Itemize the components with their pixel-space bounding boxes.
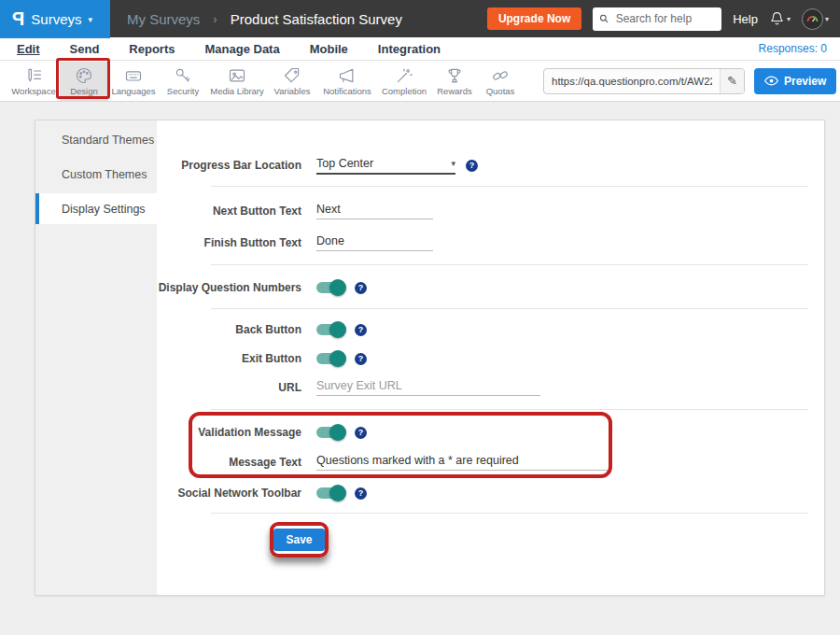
progress-bar-location-row: Progress Bar Location Top Center ▾ ? (35, 154, 478, 176)
display-settings-panel: Standard Themes Custom Themes Display Se… (35, 120, 825, 596)
magic-wand-icon (394, 66, 414, 85)
progress-bar-location-select[interactable]: Top Center ▾ (316, 157, 455, 175)
megaphone-icon (337, 66, 357, 85)
social-network-toolbar-row: Social Network Toolbar ? (35, 482, 367, 504)
keyboard-icon (123, 66, 144, 85)
nav-tab-edit[interactable]: Edit (17, 42, 40, 56)
help-icon[interactable]: ? (355, 282, 367, 294)
nav-tab-send[interactable]: Send (70, 42, 100, 56)
display-question-numbers-toggle[interactable] (316, 282, 344, 293)
help-icon[interactable]: ? (355, 324, 367, 336)
save-button[interactable]: Save (273, 529, 324, 551)
workspace-icon (23, 66, 44, 85)
pencil-icon: ✎ (727, 74, 737, 88)
help-icon[interactable]: ? (466, 160, 478, 172)
next-button-text-input[interactable] (316, 203, 433, 219)
breadcrumb: My Surveys › Product Satisfaction Survey (127, 11, 402, 27)
next-button-text-label: Next Button Text (35, 205, 301, 218)
toolbar-item-quotas[interactable]: Quotas (478, 62, 523, 101)
notifications-bell-menu[interactable]: ▾ (769, 10, 791, 27)
progress-bar-location-label: Progress Bar Location (35, 159, 301, 172)
survey-url-input[interactable] (544, 76, 720, 87)
surveys-product-menu[interactable]: P Surveys ▾ (0, 0, 110, 38)
back-button-row: Back Button ? (35, 318, 367, 341)
back-button-toggle[interactable] (316, 324, 344, 335)
top-bar: P Surveys ▾ My Surveys › Product Satisfa… (0, 0, 840, 37)
trophy-icon (444, 66, 465, 85)
chevron-down-icon: ▾ (451, 159, 455, 168)
toolbar-item-languages[interactable]: Languages (108, 62, 159, 101)
topbar-actions: Upgrade Now Help ▾ ▾ (487, 7, 840, 31)
search-icon (599, 13, 609, 24)
divider (211, 409, 808, 410)
toolbar-item-design[interactable]: Design (60, 62, 108, 101)
exit-button-label: Exit Button (35, 352, 301, 365)
help-icon[interactable]: ? (355, 353, 367, 365)
exit-button-toggle[interactable] (316, 353, 344, 364)
survey-url-box: ✎ (543, 68, 745, 94)
help-icon[interactable]: ? (355, 427, 367, 439)
account-menu[interactable]: ▾ (802, 8, 829, 30)
display-question-numbers-label: Display Question Numbers (35, 281, 301, 294)
finish-button-text-row: Finish Button Text (35, 232, 433, 254)
chevron-down-icon: ▾ (89, 15, 93, 24)
nav-tab-mobile[interactable]: Mobile (310, 42, 348, 56)
exit-url-row: URL (35, 376, 540, 399)
breadcrumb-my-surveys[interactable]: My Surveys (127, 11, 200, 27)
gauge-icon (805, 12, 819, 26)
toolbar-item-security[interactable]: Security (159, 62, 207, 101)
upgrade-now-button[interactable]: Upgrade Now (487, 7, 581, 30)
display-settings-form: Progress Bar Location Top Center ▾ ? Nex… (35, 120, 824, 595)
toolbar-item-rewards[interactable]: Rewards (431, 62, 478, 101)
survey-nav: Edit Send Reports Manage Data Mobile Int… (0, 37, 840, 61)
page: P Surveys ▾ My Surveys › Product Satisfa… (0, 0, 840, 635)
tag-icon (282, 66, 302, 85)
back-button-label: Back Button (35, 323, 301, 336)
nav-tab-integration[interactable]: Integration (378, 42, 441, 56)
divider (211, 186, 808, 187)
divider (211, 308, 808, 309)
responses-count: Responses: 0 (759, 42, 840, 55)
divider (211, 513, 808, 514)
toolbar-item-media-library[interactable]: Media Library (207, 62, 267, 101)
chevron-down-icon: ▾ (825, 15, 829, 23)
toolbar-item-notifications[interactable]: Notifications (317, 62, 377, 101)
avatar (802, 8, 823, 30)
message-text-row: Message Text (35, 451, 608, 473)
exit-url-label: URL (35, 381, 301, 394)
nav-tab-manage-data[interactable]: Manage Data (204, 42, 279, 56)
message-text-label: Message Text (35, 456, 301, 469)
finish-button-text-label: Finish Button Text (35, 236, 301, 249)
social-network-toolbar-label: Social Network Toolbar (35, 487, 301, 500)
toolbar-item-completion[interactable]: Completion (377, 62, 431, 101)
annotation-save-highlight: Save (270, 522, 329, 557)
message-text-input[interactable] (316, 454, 608, 471)
help-link[interactable]: Help (733, 12, 758, 26)
product-name: Surveys (31, 11, 81, 27)
social-network-toolbar-toggle[interactable] (316, 487, 344, 499)
next-button-text-row: Next Button Text (35, 200, 433, 222)
search-input[interactable] (614, 11, 716, 26)
divider (211, 264, 808, 265)
nav-tab-reports[interactable]: Reports (129, 42, 175, 56)
image-icon (227, 66, 247, 85)
exit-url-input[interactable] (316, 379, 540, 396)
display-question-numbers-row: Display Question Numbers ? (35, 276, 367, 299)
survey-title: Product Satisfaction Survey (231, 11, 402, 27)
help-icon[interactable]: ? (355, 487, 367, 500)
breadcrumb-separator-icon: › (213, 12, 217, 26)
validation-message-toggle[interactable] (316, 427, 344, 438)
preview-button[interactable]: Preview (754, 68, 836, 94)
toolbar-item-workspace[interactable]: Workspace (7, 62, 60, 101)
chain-links-icon (490, 66, 511, 85)
help-search (593, 7, 721, 31)
palette-icon (74, 66, 94, 85)
edit-url-button[interactable]: ✎ (720, 69, 744, 93)
toolbar-item-variables[interactable]: Variables (267, 62, 317, 101)
finish-button-text-input[interactable] (316, 234, 433, 251)
questionpro-logo-icon: P (12, 8, 24, 30)
eye-icon (764, 76, 778, 86)
design-toolbar: Workspace Design Languages Security Medi… (0, 61, 840, 102)
validation-message-row: Validation Message ? (35, 421, 367, 444)
exit-button-row: Exit Button ? (35, 347, 367, 370)
